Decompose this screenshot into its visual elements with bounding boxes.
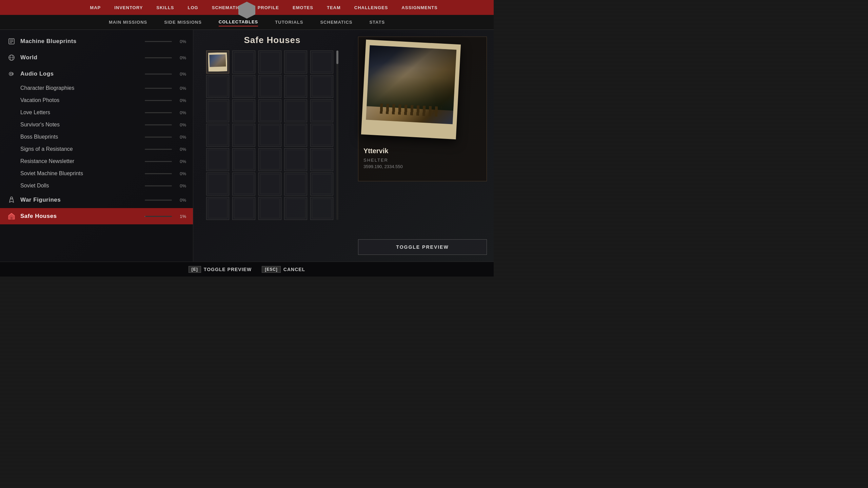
sidebar-item-vacation-photos[interactable]: Vacation Photos 0% bbox=[20, 94, 193, 106]
top-nav-item-team[interactable]: TEAM bbox=[327, 5, 341, 10]
top-nav-item-emotes[interactable]: EMOTES bbox=[293, 5, 313, 10]
action-toggle-preview: [E] TOGGLE PREVIEW bbox=[189, 266, 252, 273]
top-nav-item-map[interactable]: MAP bbox=[90, 5, 101, 10]
grid-cell[interactable] bbox=[310, 50, 333, 74]
cancel-key: [ESC] bbox=[262, 266, 281, 273]
sidebar-item-safe-houses[interactable]: Safe Houses 1% bbox=[0, 208, 193, 224]
grid-cell[interactable] bbox=[206, 124, 229, 147]
grid-cell[interactable] bbox=[206, 172, 229, 196]
grid-cell[interactable] bbox=[258, 124, 281, 147]
second-nav-item-schematics[interactable]: SCHEMATICS bbox=[320, 18, 352, 26]
signs-resistance-label: Signs of a Resistance bbox=[20, 146, 141, 152]
boss-blueprints-progress bbox=[145, 137, 172, 138]
top-nav-item-inventory[interactable]: INVENTORY bbox=[114, 5, 143, 10]
vacation-photos-label: Vacation Photos bbox=[20, 97, 141, 103]
top-nav-item-assignments[interactable]: ASSIGNMENTS bbox=[401, 5, 437, 10]
sidebar-item-character-biographies[interactable]: Character Biographies 0% bbox=[20, 82, 193, 94]
svg-point-9 bbox=[11, 197, 13, 199]
grid-cell[interactable] bbox=[258, 99, 281, 122]
item-coords: 3599.190, 2334.550 bbox=[363, 164, 481, 169]
grid-cell[interactable] bbox=[310, 99, 333, 122]
sidebar-item-audio-logs[interactable]: Audio Logs 0% bbox=[0, 66, 193, 82]
grid-cell[interactable] bbox=[232, 172, 255, 196]
audio-logs-progress bbox=[145, 74, 172, 75]
grid-cell[interactable] bbox=[284, 148, 307, 171]
grid-cell[interactable] bbox=[284, 172, 307, 196]
second-nav-item-main-missions[interactable]: MAIN MISSIONS bbox=[109, 18, 147, 26]
grid-cell[interactable] bbox=[206, 75, 229, 98]
grid-cell[interactable] bbox=[310, 197, 333, 220]
item-type: SHELTER bbox=[363, 158, 481, 163]
grid-cell-polaroid bbox=[208, 52, 228, 72]
grid-cell[interactable] bbox=[206, 197, 229, 220]
grid-cell[interactable] bbox=[284, 75, 307, 98]
grid-cell[interactable] bbox=[232, 99, 255, 122]
vacation-progress bbox=[145, 100, 172, 101]
grid-cell[interactable] bbox=[258, 172, 281, 196]
grid-cell[interactable] bbox=[232, 75, 255, 98]
grid-cell[interactable] bbox=[310, 124, 333, 147]
grid-cell[interactable] bbox=[310, 172, 333, 196]
grid-cell[interactable] bbox=[258, 197, 281, 220]
sidebar-item-signs-of-resistance[interactable]: Signs of a Resistance 0% bbox=[20, 143, 193, 155]
second-nav-item-tutorials[interactable]: TUTORIALS bbox=[275, 18, 303, 26]
grid-cell[interactable] bbox=[284, 197, 307, 220]
grid-cell[interactable] bbox=[284, 124, 307, 147]
machine-blueprints-progress bbox=[145, 41, 172, 42]
top-nav-item-log[interactable]: LOG bbox=[188, 5, 198, 10]
world-label: World bbox=[20, 54, 141, 61]
sidebar-item-survivors-notes[interactable]: Survivor's Notes 0% bbox=[20, 119, 193, 131]
item-detail-box: Yttervik SHELTER 3599.190, 2334.550 bbox=[358, 37, 487, 181]
character-biographies-label: Character Biographies bbox=[20, 85, 141, 91]
top-nav-item-challenges[interactable]: CHALLENGES bbox=[354, 5, 388, 10]
item-preview-polaroid bbox=[361, 40, 461, 139]
resistance-newsletter-label: Resistance Newsletter bbox=[20, 158, 141, 164]
soviet-machine-progress bbox=[145, 173, 172, 174]
war-figurines-label: War Figurines bbox=[20, 197, 141, 203]
sidebar-item-machine-blueprints[interactable]: Machine Blueprints 0% bbox=[0, 33, 193, 49]
soviet-dolls-progress bbox=[145, 185, 172, 186]
resistance-newsletter-progress bbox=[145, 161, 172, 162]
world-progress bbox=[145, 57, 172, 58]
item-preview-image bbox=[366, 45, 456, 124]
grid-cell[interactable] bbox=[284, 50, 307, 74]
grid-cell[interactable] bbox=[310, 148, 333, 171]
grid-cell[interactable] bbox=[284, 99, 307, 122]
top-nav-item-profile[interactable]: PROFILE bbox=[258, 5, 279, 10]
top-nav-item-skills[interactable]: SKILLS bbox=[156, 5, 174, 10]
sidebar-item-love-letters[interactable]: Love Letters 0% bbox=[20, 106, 193, 119]
action-cancel: [ESC] CANCEL bbox=[262, 266, 305, 273]
sidebar-item-soviet-machine-blueprints[interactable]: Soviet Machine Blueprints 0% bbox=[20, 167, 193, 180]
sidebar-item-resistance-newsletter[interactable]: Resistance Newsletter 0% bbox=[20, 155, 193, 167]
right-panel: Yttervik SHELTER 3599.190, 2334.550 TOGG… bbox=[351, 30, 494, 262]
sidebar-item-world[interactable]: World 0% bbox=[0, 49, 193, 66]
grid-cell[interactable] bbox=[258, 75, 281, 98]
tree-silhouette bbox=[367, 65, 455, 110]
sidebar-item-soviet-dolls[interactable]: Soviet Dolls 0% bbox=[20, 180, 193, 192]
grid-cell[interactable] bbox=[258, 148, 281, 171]
second-nav-item-stats[interactable]: STATS bbox=[369, 18, 385, 26]
sidebar-item-war-figurines[interactable]: War Figurines 0% bbox=[0, 192, 193, 208]
grid-cell[interactable] bbox=[206, 148, 229, 171]
safe-houses-label: Safe Houses bbox=[20, 213, 141, 220]
second-nav-item-side-missions[interactable]: SIDE MISSIONS bbox=[164, 18, 202, 26]
survivors-notes-percent: 0% bbox=[176, 122, 186, 127]
grid-scroll-container bbox=[206, 50, 338, 220]
grid-scrollbar[interactable] bbox=[336, 50, 338, 220]
grid-cell[interactable] bbox=[232, 124, 255, 147]
grid-cell[interactable] bbox=[206, 50, 229, 74]
war-figurines-progress bbox=[145, 200, 172, 201]
boss-blueprints-label: Boss Blueprints bbox=[20, 134, 141, 140]
grid-cell[interactable] bbox=[232, 50, 255, 74]
collectables-grid bbox=[206, 50, 335, 220]
toggle-preview-key: [E] bbox=[189, 266, 201, 273]
grid-cell[interactable] bbox=[310, 75, 333, 98]
toggle-preview-button[interactable]: TOGGLE PREVIEW bbox=[358, 239, 487, 255]
safe-houses-icon bbox=[7, 211, 16, 221]
grid-cell[interactable] bbox=[232, 197, 255, 220]
sidebar-item-boss-blueprints[interactable]: Boss Blueprints 0% bbox=[20, 131, 193, 143]
grid-cell[interactable] bbox=[258, 50, 281, 74]
grid-cell[interactable] bbox=[232, 148, 255, 171]
signs-resistance-percent: 0% bbox=[176, 147, 186, 152]
grid-cell[interactable] bbox=[206, 99, 229, 122]
